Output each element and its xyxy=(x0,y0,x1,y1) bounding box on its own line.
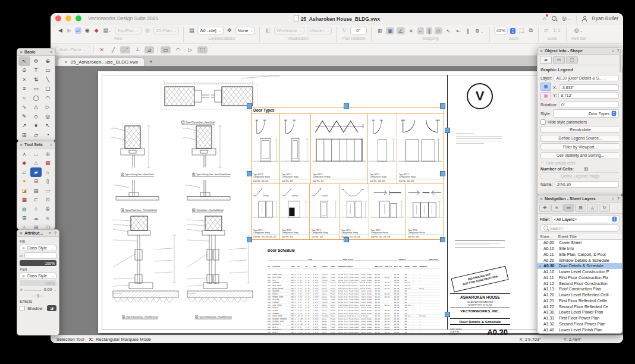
tool-set-button[interactable]: ▭ xyxy=(42,186,54,195)
tool-set-button[interactable]: ▱ xyxy=(18,167,30,177)
mode-interactive-icon[interactable]: ╱ xyxy=(109,46,117,53)
basic-tool-button[interactable]: △ xyxy=(30,103,42,112)
mode-3d-icon[interactable]: ⊿ xyxy=(144,46,154,53)
fill-opacity-slider[interactable]: 100% xyxy=(20,260,56,266)
basic-tool-button[interactable]: ▱ xyxy=(30,130,42,140)
selection-handle[interactable] xyxy=(440,171,445,176)
door-type-cell[interactable]: Type: EXT-1 Configuration: Swing Door No… xyxy=(252,114,280,183)
basic-tool-button[interactable]: ↖ xyxy=(18,56,30,66)
door-type-cell[interactable]: Type: INT-6 Configuration: Pocket Door N… xyxy=(406,184,444,239)
position-mode-icon[interactable]: ▦ xyxy=(540,83,551,91)
snap-angle-icon[interactable]: ∠ xyxy=(397,27,405,34)
visibility-icon[interactable]: ◉ xyxy=(84,27,91,34)
sheet-layer-row[interactable]: ✓ A1.13 Roof Construction Plan xyxy=(537,286,622,292)
selection-handle[interactable] xyxy=(445,128,450,133)
marquee-polygon-mode-icon[interactable]: ▷ xyxy=(186,46,194,53)
auto-plane-dropdown[interactable]: Auto-Plane ⌄ xyxy=(55,46,90,53)
basic-tool-button[interactable]: ⊙ xyxy=(18,66,30,75)
fit-objects-icon[interactable]: ⧉ xyxy=(527,27,533,34)
view-preset-dropdown[interactable]: Top/Plan⌄ xyxy=(115,27,142,34)
object-info-scrollbar[interactable] xyxy=(619,48,622,195)
basic-tool-button[interactable]: ✎ xyxy=(18,112,30,121)
class-icon[interactable]: ✥ xyxy=(226,27,233,34)
snapping-settings-icon[interactable]: ⚙ ⌄ xyxy=(473,27,485,34)
tab-saved-views[interactable]: ◬ xyxy=(587,204,598,212)
minimize-window-button[interactable] xyxy=(65,15,71,21)
palette-menu-icon[interactable]: ≡ xyxy=(50,50,52,54)
tab-viewports[interactable]: ▤ xyxy=(575,204,586,212)
palette-menu-icon[interactable]: ≡ xyxy=(50,143,52,147)
viewbar-options-icon[interactable]: ◎ ⌄ xyxy=(573,27,584,34)
close-palette-icon[interactable]: ✕ xyxy=(20,143,23,147)
close-window-button[interactable] xyxy=(55,15,61,21)
active-class-dropdown[interactable]: None⌄ xyxy=(235,27,256,34)
basic-tool-button[interactable]: ⊕ xyxy=(42,56,54,66)
basic-tool-button[interactable]: ≡ xyxy=(18,84,30,94)
projection-icon[interactable]: ◍ xyxy=(144,27,151,34)
tab-shape[interactable]: ▰ xyxy=(540,56,552,64)
tab-data[interactable]: ▭ xyxy=(553,56,565,64)
sheet-layer-row[interactable]: ✓ A1.40 Lower Level Finish Plan xyxy=(537,327,622,333)
tool-set-button[interactable]: ☁ xyxy=(30,214,42,223)
sheet-layer-row[interactable]: ✓ A1.32 Second Floor Power Plan xyxy=(537,321,622,327)
basic-tool-button[interactable]: ◔ xyxy=(42,130,54,140)
home-notification-icon[interactable]: ⌂ xyxy=(543,15,546,21)
door-type-cell[interactable]: Type: INT-5 Configuration: Pocket Door N… xyxy=(369,184,406,239)
palette-help-icon[interactable]: ? xyxy=(54,231,56,235)
new-tab-button[interactable]: + xyxy=(144,58,157,66)
tab-sheet-layers[interactable]: ▭ xyxy=(563,204,574,212)
marquee-net-mode-icon[interactable]: ⬚ xyxy=(197,46,208,53)
snap-grid-icon[interactable]: ⊞ xyxy=(376,27,383,34)
basic-tool-button[interactable]: ↖ xyxy=(42,121,54,131)
tab-design-layers[interactable]: ≋ xyxy=(551,204,562,212)
user-name[interactable]: Ryan Butler xyxy=(592,15,618,21)
door-type-cell[interactable]: Type: EXT-2 Configuration: Swing Door No… xyxy=(280,114,311,183)
door-type-cell[interactable]: Type: EXT-3 Configuration: Folding Door … xyxy=(311,114,368,183)
snap-smart-point-icon[interactable]: ⌐ xyxy=(417,27,424,34)
selection-handle[interactable] xyxy=(247,103,252,109)
selection-handle[interactable] xyxy=(440,237,445,242)
basic-tool-button[interactable]: ▢ xyxy=(42,84,54,94)
selection-handle[interactable] xyxy=(445,312,450,317)
export-icon[interactable]: ▤⌄ xyxy=(102,27,113,34)
zoom-level-field[interactable]: 42% xyxy=(494,27,508,34)
tool-set-button[interactable]: ⊞ xyxy=(18,214,30,223)
tool-set-button[interactable]: ▤ xyxy=(30,186,42,195)
tool-set-button[interactable]: ⋏ xyxy=(18,149,30,159)
tool-set-button[interactable]: ◊ xyxy=(30,204,42,214)
door-types-legend[interactable]: Door Types xyxy=(251,107,444,240)
close-palette-icon[interactable]: ✕ xyxy=(540,49,543,53)
basic-tool-button[interactable]: ◯ xyxy=(30,93,42,103)
settings-menu-icon[interactable]: ◎ ⌄ xyxy=(562,15,571,21)
recalculate-button[interactable]: Recalculate xyxy=(540,126,620,133)
line-weight-value[interactable]: 0.00 xyxy=(44,287,52,292)
sheet-layer-row[interactable]: ✓ A1.11 First Floor Construction Pla xyxy=(537,275,622,281)
hide-style-parameters-checkbox[interactable] xyxy=(540,119,546,125)
snap-object-icon[interactable]: ▣ xyxy=(386,27,394,34)
tool-set-button[interactable]: ◪ xyxy=(18,186,30,195)
selection-handle[interactable] xyxy=(247,171,252,176)
basic-tool-button[interactable]: ↗ xyxy=(18,121,30,131)
tool-set-button[interactable]: ▰ xyxy=(30,167,42,177)
basic-tool-button[interactable]: T xyxy=(30,66,42,75)
style-dropdown[interactable]: Door Types▲▼ xyxy=(553,109,619,118)
render-mode-icon[interactable]: ◧ xyxy=(264,27,272,34)
mode-axis-icon[interactable]: ⟂ xyxy=(133,46,142,53)
sheet-layer-row[interactable]: ✓ A1.22 Second Floor Reflected Ce xyxy=(537,303,622,309)
close-palette-icon[interactable]: ✕ xyxy=(20,231,23,235)
sheet-layer-row[interactable]: ✓ A1.12 Second Floor Construction xyxy=(537,280,622,286)
plan-rotation-icon[interactable]: ↻ xyxy=(341,27,348,34)
palette-menu-icon[interactable]: ≡ xyxy=(49,231,51,235)
basic-tool-button[interactable]: ∿ xyxy=(18,103,30,112)
tool-set-button[interactable]: ⊟ xyxy=(30,177,42,186)
snap-smart-edge-icon[interactable]: ∥ xyxy=(426,27,432,34)
palette-menu-icon[interactable]: ≡ xyxy=(612,49,614,53)
basic-tool-button[interactable]: ⊞ xyxy=(18,130,30,140)
line-type-icon[interactable]: —§— xyxy=(32,293,44,298)
basic-tool-button[interactable]: ▷ xyxy=(42,103,54,112)
tool-set-button[interactable]: ▦ xyxy=(42,159,54,168)
palette-menu-icon[interactable]: ≡ xyxy=(612,197,614,201)
basic-tool-button[interactable]: ◠ xyxy=(42,93,54,103)
sheet-layer-row[interactable]: ✓ A0.10 Site Info xyxy=(537,246,622,252)
tool-set-button[interactable]: ⌂ xyxy=(42,167,54,177)
